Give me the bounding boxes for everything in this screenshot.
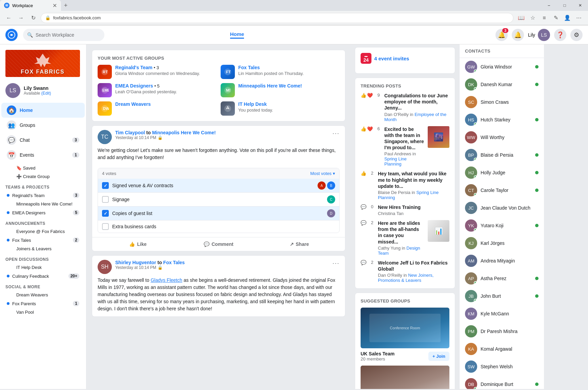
author-link-2[interactable]: Shirley Hugventor <box>115 260 156 265</box>
minimize-button[interactable]: ‒ <box>541 0 557 11</box>
poll-option-1[interactable]: Signed venue & AV contracts A B <box>98 179 339 193</box>
post-options-button-2[interactable]: ··· <box>332 260 340 267</box>
new-tab-button[interactable]: + <box>61 1 70 10</box>
alerts-button[interactable]: 🔔 <box>512 29 524 41</box>
trending-item-2[interactable]: 👍 ❤️ 6 Excited to be with the team in Si… <box>361 126 449 167</box>
notifications-button[interactable]: 🔔 3 <box>495 29 508 41</box>
group-item-it-help[interactable]: IT Help Desk You posted today. <box>221 101 340 116</box>
poll-option-4[interactable]: Extra business cards <box>98 220 339 233</box>
trending-item-1[interactable]: 👍 ❤️ 9 Congratulations to our June emplo… <box>361 93 449 122</box>
contact-item[interactable]: KMKyle McGann <box>460 305 544 323</box>
sidebar-user-profile[interactable]: LS Lily Swann Available (Edit) <box>0 80 86 101</box>
maximize-button[interactable]: □ <box>557 0 572 11</box>
contact-item[interactable]: HJHolly Judge <box>460 164 544 181</box>
contact-item[interactable]: PMDr Paresh Mishra <box>460 323 544 340</box>
back-button[interactable]: ← <box>4 13 14 23</box>
sidebar-item-home[interactable]: 🏠 Home <box>1 103 85 118</box>
sidebar-fox-parents[interactable]: Fox Parents 1 <box>1 299 85 308</box>
trending-item-6[interactable]: 💬 2 Welcome Jeff Li to Fox Fabrics Globa… <box>361 260 449 283</box>
trending-group-link-3[interactable]: Spring Line Planning <box>378 190 439 200</box>
browser-tab[interactable]: W Workplace ✕ <box>0 0 61 11</box>
bookmark-button[interactable]: ☆ <box>528 13 538 23</box>
contact-item[interactable]: SCSimon Craws <box>460 93 544 111</box>
contact-item[interactable]: DKDanesh Kumar <box>460 76 544 93</box>
contact-item[interactable]: WWWill Worthy <box>460 129 544 146</box>
poll-option-2[interactable]: Signage C <box>98 193 339 207</box>
topbar-logo[interactable] <box>5 29 18 41</box>
sidebar-reginald-team[interactable]: Reginald's Team 3 <box>1 191 85 200</box>
poll-checkbox-3 <box>102 210 109 217</box>
sidebar-saved[interactable]: 🔖 Saved <box>1 164 85 172</box>
post-group-link-2[interactable]: Fox Tales <box>163 260 185 265</box>
author-link-1[interactable]: Tim Claypool <box>115 130 145 135</box>
tab-close-button[interactable]: ✕ <box>53 2 57 9</box>
sidebar-minneapolis[interactable]: Minneapolis Here We Come! <box>1 200 85 208</box>
address-bar[interactable]: 🔒 foxfabrics.facebook.com <box>41 13 513 23</box>
search-bar[interactable]: 🔍 Search Workplace <box>23 29 104 41</box>
edit-button[interactable]: ✎ <box>551 13 561 23</box>
sidebar-item-events[interactable]: 📅 Events 1 <box>1 148 85 162</box>
like-button-1[interactable]: 👍 Like <box>98 239 178 250</box>
sidebar-dream-weavers[interactable]: Dream Weavers <box>1 291 85 299</box>
groups-icon: 👥 <box>7 120 16 130</box>
contact-item[interactable]: AMAndrea Mityagin <box>460 252 544 270</box>
comment-button-1[interactable]: 💬 Comment <box>178 239 259 250</box>
sidebar-item-groups[interactable]: 👥 Groups <box>1 118 85 133</box>
trending-group-link-5[interactable]: Design Team <box>378 246 420 256</box>
trending-item-4[interactable]: 💬 0 New Hires Training Christina Tan <box>361 204 449 216</box>
sidebar-it-help-desk[interactable]: IT Help Desk <box>1 263 85 272</box>
sidebar-van-pool[interactable]: Van Pool <box>1 308 85 316</box>
contact-item[interactable]: BPBlaise di Persia <box>460 146 544 164</box>
post-options-button-1[interactable]: ··· <box>332 130 340 137</box>
company-logo[interactable]: FOX FABRICS <box>0 47 86 80</box>
forward-button[interactable]: → <box>16 13 26 23</box>
contact-item[interactable]: APAstha Perez <box>460 270 544 287</box>
group-item-reginald[interactable]: RT Reginald's Team • 3 Gloria Windsor co… <box>98 65 217 79</box>
collections-button[interactable]: ≡ <box>539 13 549 23</box>
contact-item[interactable]: YKYutaro Koji <box>460 217 544 234</box>
close-button[interactable]: ✕ <box>572 0 588 11</box>
profile-button[interactable]: 👤 <box>562 13 572 23</box>
trending-group-link-6[interactable]: New Joiners, Promotions & Leavers <box>378 273 433 283</box>
poll-sort[interactable]: Most votes ▾ <box>310 171 335 176</box>
events-title[interactable]: 4 event invites <box>374 56 409 61</box>
sidebar-item-chat[interactable]: 💬 Chat 3 <box>1 133 85 148</box>
sidebar-fox-tales[interactable]: Fox Tales 2 <box>1 236 85 245</box>
group-item-dream-weavers[interactable]: DW Dream Weavers <box>98 101 217 116</box>
contact-item[interactable]: KAKomal Argawal <box>460 340 544 358</box>
help-button[interactable]: ❓ <box>554 29 566 41</box>
sidebar-everyone[interactable]: Everyone @ Fox Fabrics <box>1 227 85 236</box>
settings-button[interactable]: ⚙ <box>570 29 583 41</box>
share-button-1[interactable]: ↗ Share <box>259 239 340 250</box>
contact-item[interactable]: CTCarole Taylor <box>460 181 544 199</box>
contact-item[interactable]: KJKarl Jörges <box>460 234 544 252</box>
sidebar-joiners-leavers[interactable]: Joiners & Leavers <box>1 245 85 253</box>
gladys-link[interactable]: Gladys Fleetch <box>150 277 182 283</box>
user-menu[interactable]: Lily LS <box>528 29 550 41</box>
group-item-emea[interactable]: EMEA EMEA Designers • 5 Leah O'Gana post… <box>98 83 217 97</box>
sidebar-emea-designers[interactable]: EMEA Designers 5 <box>1 208 85 217</box>
more-button[interactable]: ⋯ <box>574 13 584 23</box>
group-item-fox-tales[interactable]: FT Fox Tales Lin Hamilton posted on Thur… <box>221 65 340 79</box>
edit-status-link[interactable]: (Edit) <box>41 91 51 96</box>
nav-home[interactable]: Home <box>230 31 244 39</box>
refresh-button[interactable]: ↻ <box>28 13 38 23</box>
svg-text:EMEA: EMEA <box>102 89 109 92</box>
trending-group-link-1[interactable]: Employee of the Month <box>384 112 446 122</box>
group-item-minneapolis[interactable]: M! Minneapolis Here We Come! <box>221 83 340 97</box>
contact-item[interactable]: JBJohn Burt <box>460 287 544 305</box>
contact-item[interactable]: SWStephen Welsh <box>460 358 544 375</box>
trending-item-5[interactable]: 💬 2 Here are the slides from the all-han… <box>361 220 449 256</box>
trending-group-link-2[interactable]: Spring Line Planning <box>384 156 407 167</box>
reader-view-button[interactable]: 📖 <box>516 13 526 23</box>
contact-item[interactable]: JCJean Claude Von Dutch <box>460 199 544 217</box>
post-group-link-1[interactable]: Minneapolis Here We Come! <box>152 130 216 135</box>
contact-item[interactable]: GWGloria Windsor <box>460 58 544 76</box>
sidebar-create-group[interactable]: ➕ Create Group <box>1 172 85 181</box>
contact-item[interactable]: DBDominique Burt <box>460 375 544 389</box>
contact-item[interactable]: HSHutch Starkey <box>460 111 544 129</box>
trending-item-3[interactable]: 👍 2 Hey team, what would you like me to … <box>361 171 449 200</box>
sidebar-culinary-feedback[interactable]: Culinary Feedback 20+ <box>1 272 85 280</box>
poll-option-3[interactable]: Copies of guest list D <box>98 207 339 220</box>
join-group-button[interactable]: + Join <box>428 352 449 361</box>
